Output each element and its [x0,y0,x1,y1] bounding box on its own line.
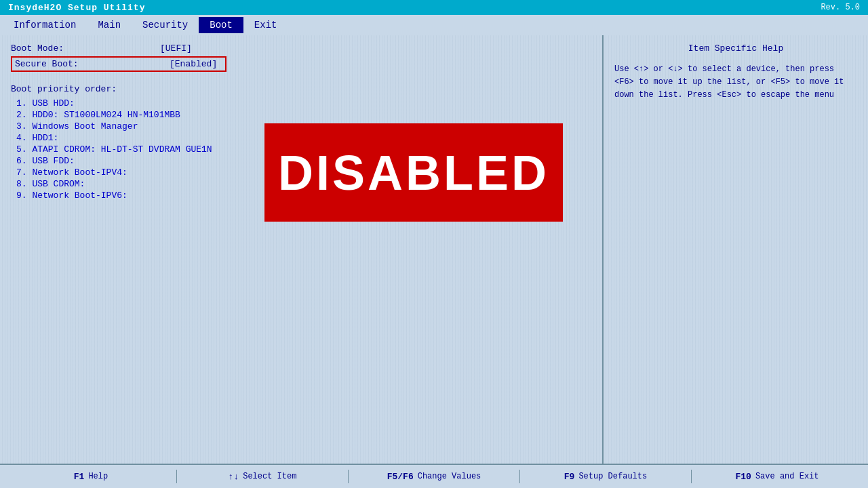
status-f5f6: F5/F6 Change Values [349,472,519,482]
status-bar: F1 Help ↑↓ Select Item F5/F6 Change Valu… [0,464,868,488]
boot-item-2[interactable]: 2. HDD0: ST1000LM024 HN-M101MBB [11,110,591,120]
boot-mode-row: Boot Mode: [UEFI] [11,43,591,54]
boot-priority-header: Boot priority order: [11,84,591,94]
status-f10: F10 Save and Exit [692,472,863,482]
f9-key: F9 [564,472,575,482]
revision-text: Rev. 5.0 [821,3,860,12]
status-f9: F9 Setup Defaults [520,472,691,482]
f5f6-label: Change Values [418,472,481,481]
f1-label: Help [88,472,108,481]
f10-label: Save and Exit [755,472,819,481]
app-title: InsydeH2O Setup Utility [8,3,145,13]
f10-key: F10 [735,472,751,482]
f5f6-key: F5/F6 [387,472,414,482]
status-f1: F1 Help [5,472,176,482]
menu-main[interactable]: Main [87,17,132,33]
disabled-overlay: DISABLED [264,123,563,222]
main-content: Boot Mode: [UEFI] Secure Boot: [Enabled]… [0,35,868,464]
status-arrows: ↑↓ Select Item [177,472,348,482]
menu-boot[interactable]: Boot [199,17,243,33]
f1-key: F1 [74,472,85,482]
menu-information[interactable]: Information [3,17,87,33]
f9-label: Setup Defaults [578,472,647,481]
secure-boot-value: [Enabled] [161,58,225,70]
boot-mode-label: Boot Mode: [11,43,160,54]
boot-mode-value: [UEFI] [160,43,192,54]
secure-boot-label: Secure Boot: [12,58,161,70]
menu-security[interactable]: Security [132,17,199,33]
boot-item-1[interactable]: 1. USB HDD: [11,98,591,108]
right-panel: Item Specific Help Use <↑> or <↓> to sel… [604,35,868,464]
disabled-text: DISABLED [278,145,549,201]
left-panel: Boot Mode: [UEFI] Secure Boot: [Enabled]… [0,35,604,464]
arrows-label: Select Item [243,472,296,481]
help-title: Item Specific Help [614,43,857,54]
secure-boot-row[interactable]: Secure Boot: [Enabled] [11,56,226,72]
arrows-key: ↑↓ [229,472,239,482]
title-bar: InsydeH2O Setup Utility Rev. 5.0 [0,0,868,15]
menu-bar: Information Main Security Boot Exit [0,15,868,35]
menu-exit[interactable]: Exit [243,17,288,33]
help-text: Use <↑> or <↓> to select a device, then … [614,63,857,102]
